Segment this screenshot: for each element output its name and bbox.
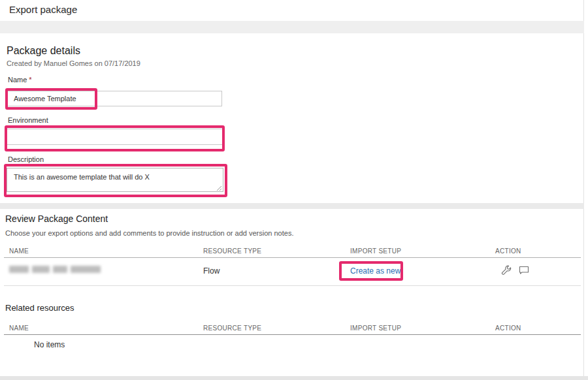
resource-type-cell: Flow [203, 266, 220, 276]
create-as-new-link[interactable]: Create as new [350, 266, 400, 276]
textarea-resize-handle[interactable] [216, 185, 222, 191]
top-gray-bar [0, 21, 584, 33]
redacted-flow-name [9, 266, 101, 273]
name-input[interactable] [7, 91, 222, 106]
review-col-name: NAME [9, 247, 29, 255]
related-col-name: NAME [9, 325, 29, 332]
package-details-heading: Package details [7, 45, 80, 57]
page-title: Export package [9, 4, 77, 15]
related-col-resource-type: RESOURCE TYPE [203, 325, 261, 332]
environment-label: Environment [8, 116, 48, 124]
wrench-icon [501, 264, 512, 275]
description-label: Description [8, 155, 44, 163]
table-row [9, 266, 101, 273]
review-col-import-setup: IMPORT SETUP [350, 247, 401, 255]
edit-import-setup-button[interactable] [500, 264, 512, 276]
comment-button[interactable] [518, 264, 530, 276]
review-col-action: ACTION [495, 247, 521, 255]
review-header-divider [4, 257, 581, 258]
name-label: Name* [8, 76, 32, 84]
review-row-divider [4, 285, 581, 286]
related-resources-heading: Related resources [5, 303, 74, 313]
bottom-gray-bar [0, 376, 588, 380]
related-col-action: ACTION [495, 325, 521, 332]
no-items-text: No items [34, 340, 65, 349]
comment-icon [519, 266, 529, 275]
review-package-heading: Review Package Content [5, 214, 108, 224]
related-header-divider [4, 334, 581, 335]
description-textarea[interactable]: This is an awesome template that will do… [7, 168, 223, 192]
content-panel: Export package Package details Created b… [0, 0, 584, 380]
related-col-import-setup: IMPORT SETUP [350, 325, 401, 332]
review-package-subtitle: Choose your export options and add comme… [5, 229, 293, 237]
section-divider [0, 203, 584, 209]
required-asterisk: * [29, 76, 31, 84]
review-col-resource-type: RESOURCE TYPE [203, 247, 261, 255]
environment-input[interactable] [7, 129, 223, 145]
created-by-text: Created by Manuel Gomes on 07/17/2019 [7, 59, 140, 67]
export-package-page: Export package Package details Created b… [0, 0, 588, 380]
